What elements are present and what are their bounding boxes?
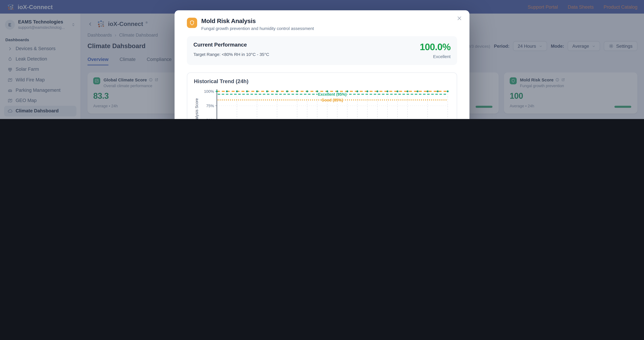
screen: ioX-Connect Support PortalData SheetsPro… [0, 0, 644, 119]
performance-value: 100.0% [420, 42, 450, 53]
svg-text:Mold Risk Analysis Score: Mold Risk Analysis Score [194, 98, 199, 119]
shield-icon [187, 18, 197, 28]
svg-text:75%: 75% [206, 104, 214, 108]
svg-text:50%: 50% [206, 118, 214, 119]
mold-trend-chart: 100%75%50%25%0%Excellent (95%)Good (85%)… [194, 87, 451, 119]
current-performance: Current Performance Target Range: <80% R… [187, 36, 457, 65]
modal-title: Mold Risk Analysis [201, 17, 314, 24]
target-range: Target Range: <80% RH in 10°C - 35°C [194, 52, 269, 57]
close-icon[interactable] [456, 15, 462, 22]
mold-risk-modal: Mold Risk Analysis Fungal growth prevent… [174, 10, 470, 119]
section-title: Current Performance [194, 42, 269, 48]
svg-text:Good (85%): Good (85%) [322, 98, 343, 102]
section-title: Historical Trend (24h) [194, 78, 450, 84]
historical-trend-panel: Historical Trend (24h) 100%75%50%25%0%Ex… [187, 72, 457, 119]
performance-status: Excellent [420, 54, 450, 59]
svg-text:100%: 100% [204, 89, 214, 94]
svg-text:Excellent (95%): Excellent (95%) [318, 92, 346, 97]
modal-subtitle: Fungal growth prevention and humidity co… [201, 26, 314, 31]
